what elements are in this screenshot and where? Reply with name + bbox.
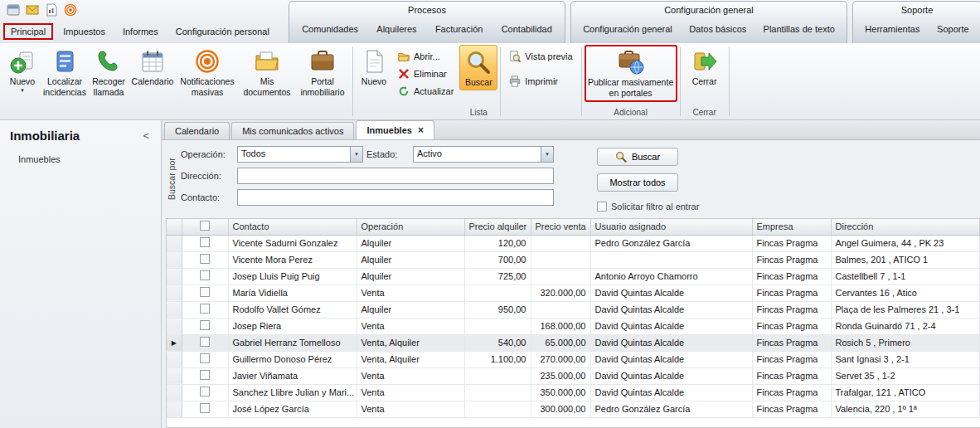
ribbon-tab-alquileres[interactable]: Alquileres [373, 22, 420, 36]
cell-operacion: Alquiler [357, 268, 464, 285]
ribbon-tab-datos-basicos[interactable]: Datos básicos [686, 22, 750, 36]
recoger-llamada-button[interactable]: Recoger llamada [88, 45, 129, 119]
cell-precio-alquiler: 540,00 [464, 334, 531, 351]
table-row[interactable]: Javier Viñamata Venta 235.000,00 David Q… [167, 367, 980, 384]
estado-select[interactable]: Activo ▼ [413, 146, 554, 163]
contacto-input[interactable] [237, 189, 554, 206]
column-header-precio-venta[interactable]: Precio venta [531, 219, 590, 235]
cerrar-group: Cerrar Cerrar [683, 45, 726, 119]
cell-empresa: Fincas Pragma [752, 351, 831, 367]
ribbon-tab-contabilidad[interactable]: Contabilidad [498, 22, 555, 36]
ribbon-tab-configuracion-general[interactable]: Configuración general [580, 22, 676, 36]
app-window-icon[interactable] [7, 3, 20, 17]
vista-previa-button[interactable]: Vista previa [506, 50, 575, 63]
table-row[interactable]: Vicente Mora Perez Alquiler 700,00 Finca… [167, 251, 980, 268]
table-row[interactable]: José López García Venta 300.000,00 Pedro… [167, 401, 980, 417]
column-header-precio-alquiler[interactable]: Precio alquiler [464, 219, 531, 235]
mis-documentos-button[interactable]: Mis documentos [239, 45, 295, 119]
table-row[interactable]: Josep Riera Venta 168.000,00 David Quint… [167, 318, 980, 334]
buscar-panel-button[interactable]: Buscar [597, 148, 678, 166]
report-icon[interactable] [45, 3, 58, 17]
cell-contacto: Gabriel Herranz Tomelloso [228, 334, 357, 351]
my-documents-icon [254, 48, 280, 75]
ribbon-tab-facturacion[interactable]: Facturación [432, 22, 486, 36]
nuevo-registro-button[interactable]: Nuevo [356, 45, 392, 119]
table-row[interactable]: Vicente Sadurni Gonzalez Alquiler 120,00… [167, 235, 980, 251]
row-checkbox[interactable] [200, 370, 210, 380]
row-indicator [167, 351, 182, 367]
nuevo-button[interactable]: Nuevo ▼ [3, 45, 41, 119]
actualizar-button[interactable]: Actualizar [395, 85, 457, 98]
row-indicator [167, 268, 182, 285]
cell-operacion: Venta [357, 367, 464, 384]
row-checkbox-cell [182, 285, 228, 301]
close-exit-icon [691, 48, 718, 75]
row-checkbox[interactable] [200, 287, 210, 297]
cell-empresa: Fincas Pragma [752, 318, 831, 334]
application-window: Principal Impuestos Informes Configuraci… [0, 0, 980, 428]
sidebar-header: Inmobiliaria < [0, 129, 161, 151]
row-checkbox[interactable] [200, 403, 210, 413]
broadcast-icon[interactable] [64, 3, 77, 17]
solicitar-filtro-checkbox[interactable] [597, 202, 607, 212]
select-all-header [182, 219, 228, 235]
cell-usuario: Pedro González García [590, 235, 752, 251]
sidebar-item-inmuebles[interactable]: Inmuebles [0, 151, 161, 168]
row-checkbox[interactable] [200, 387, 210, 396]
direccion-input[interactable] [237, 168, 554, 184]
row-checkbox[interactable] [200, 304, 210, 314]
chevron-down-icon[interactable]: ▼ [350, 147, 362, 162]
column-header-direccion[interactable]: Dirección [831, 219, 980, 235]
row-indicator [167, 384, 182, 401]
ribbon-tab-plantillas-texto[interactable]: Plantillas de texto [760, 22, 838, 36]
close-tab-icon[interactable]: × [418, 125, 424, 135]
collapse-sidebar-icon[interactable]: < [141, 129, 151, 142]
table-row[interactable]: Sanchez Llibre Julian y Mari... Venta 35… [167, 384, 980, 401]
notificaciones-masivas-button[interactable]: Notificaciones masivas [176, 45, 239, 119]
calendario-button[interactable]: Calendario [129, 45, 176, 119]
ribbon-tab-informes[interactable]: Informes [115, 23, 166, 40]
chevron-down-icon[interactable]: ▼ [541, 147, 553, 162]
cell-precio-venta: 270.000,00 [531, 351, 590, 367]
column-header-empresa[interactable]: Empresa [752, 219, 831, 235]
row-checkbox[interactable] [200, 270, 210, 280]
table-row[interactable]: Josep Lluis Puig Puig Alquiler 725,00 An… [167, 268, 980, 285]
ribbon-tab-soporte[interactable]: Soporte [934, 22, 973, 36]
select-all-checkbox[interactable] [200, 221, 210, 231]
publicar-masivamente-button[interactable]: Publicar masivamente en portales [585, 45, 677, 102]
row-checkbox[interactable] [200, 237, 210, 247]
column-header-operacion[interactable]: Operación [357, 219, 464, 235]
mail-icon[interactable] [26, 3, 39, 17]
imprimir-button[interactable]: Imprimir [506, 75, 575, 88]
tab-calendario[interactable]: Calendario [164, 122, 230, 139]
operacion-select[interactable]: Todos ▼ [237, 146, 363, 163]
tab-inmuebles[interactable]: Inmuebles × [356, 120, 434, 139]
table-row[interactable]: Guillermo Donoso Pérez Venta, Alquiler 1… [167, 351, 980, 367]
ribbon-tab-comunidades[interactable]: Comunidades [298, 22, 361, 36]
table-row[interactable]: Rodolfo Vallet Gómez Alquiler 950,00 Dav… [167, 301, 980, 318]
row-indicator [167, 318, 182, 334]
sidebar: Inmobiliaria < Inmuebles [0, 120, 162, 428]
ribbon-tab-principal[interactable]: Principal [3, 23, 53, 40]
real-estate-portal-icon [309, 48, 336, 75]
row-checkbox[interactable] [200, 320, 210, 330]
localizar-incidencias-button[interactable]: Localizar incidencias [41, 45, 88, 119]
ribbon-tab-impuestos[interactable]: Impuestos [56, 23, 113, 40]
cerrar-button[interactable]: Cerrar [683, 45, 726, 89]
table-row[interactable]: María Vidiella Venta 320.000,00 David Qu… [167, 285, 980, 301]
ribbon-tab-configuracion-personal[interactable]: Configuración personal [168, 23, 277, 40]
ribbon-tab-herramientas[interactable]: Herramientas [861, 22, 923, 36]
cell-contacto: María Vidiella [228, 285, 357, 301]
portal-inmobiliario-button[interactable]: Portal inmobiliario [295, 45, 350, 119]
row-checkbox[interactable] [200, 353, 210, 363]
tab-mis-comunicados-activos[interactable]: Mis comunicados activos [231, 122, 354, 139]
mostrar-todos-button[interactable]: Mostrar todos [597, 173, 678, 192]
eliminar-button[interactable]: Eliminar [395, 67, 457, 80]
column-header-usuario-asignado[interactable]: Usuario asignado [590, 219, 752, 235]
row-checkbox[interactable] [200, 254, 210, 264]
row-checkbox[interactable] [200, 337, 210, 347]
column-header-contacto[interactable]: Contacto [228, 219, 357, 235]
abrir-button[interactable]: Abrir... [395, 50, 457, 63]
table-row[interactable]: ▶ Gabriel Herranz Tomelloso Venta, Alqui… [167, 334, 980, 351]
buscar-button[interactable]: Buscar [459, 45, 497, 90]
